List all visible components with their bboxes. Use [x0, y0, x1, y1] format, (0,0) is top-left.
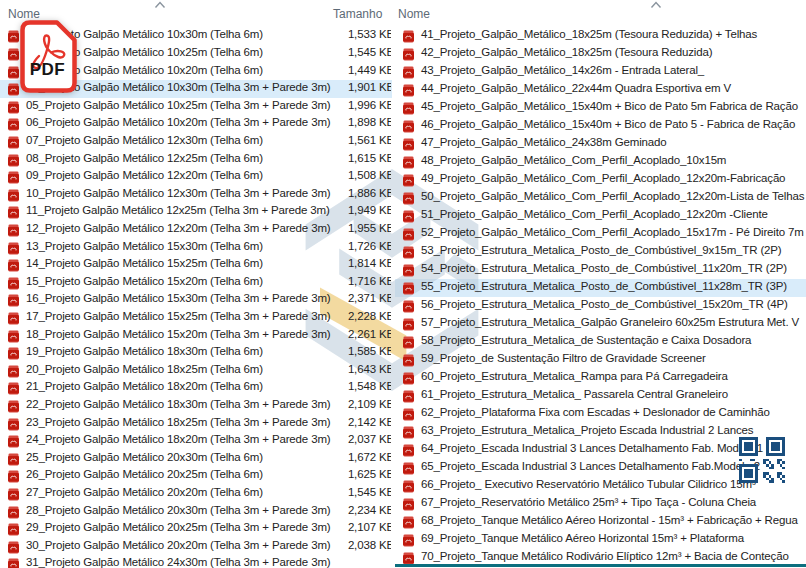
pdf-file-icon	[8, 381, 19, 394]
pdf-file-icon	[403, 317, 414, 330]
file-row[interactable]: 56_Projeto_Estrutura_Metalica_Posto_de_C…	[395, 297, 806, 315]
file-row[interactable]: 16_Projeto Galpão Metálico 15x30m (Telha…	[0, 291, 391, 309]
file-row[interactable]: 11_Projeto Galpão Metálico 12x25m (Telha…	[0, 203, 391, 221]
file-size: 1,726 KB	[288, 240, 391, 252]
file-size: 1,643 KB	[288, 363, 391, 375]
file-row[interactable]: 60_Projeto_Estrutura_Metalica_Rampa para…	[395, 369, 806, 387]
file-name: 27_Projeto Galpão Metálico 20x20m (Telha…	[26, 486, 263, 498]
file-name: 10_Projeto Galpão Metálico 12x30m (Telha…	[26, 187, 331, 199]
file-row[interactable]: 46_Projeto_Galpão_Metálico_15x40m + Bico…	[395, 117, 806, 135]
column-header-nome[interactable]: Nome	[8, 7, 40, 21]
pdf-file-icon	[403, 263, 414, 276]
file-name: 19_Projeto Galpão Metálico 18x30m (Telha…	[26, 345, 263, 357]
file-name: 11_Projeto Galpão Metálico 12x25m (Telha…	[26, 204, 330, 216]
file-row[interactable]: 17_Projeto Galpão Metálico 15x25m (Telha…	[0, 309, 391, 327]
file-size: 1,548 KB	[288, 380, 391, 392]
file-row[interactable]: 41_Projeto_Galpão_Metálico_18x25m (Tesou…	[395, 27, 806, 45]
file-row[interactable]: 45_Projeto_Galpão_Metálico_15x40m + Bico…	[395, 99, 806, 117]
file-row[interactable]: 42_Projeto_Galpão_Metálico_18x25m (Tesou…	[395, 45, 806, 63]
sort-ascending-icon[interactable]	[650, 1, 662, 9]
file-row[interactable]: 09_Projeto Galpão Metálico 12x20m (Telha…	[0, 168, 391, 186]
file-size: 1,561 KB	[288, 134, 391, 146]
file-name: 41_Projeto_Galpão_Metálico_18x25m (Tesou…	[421, 28, 757, 40]
file-row[interactable]: 07_Projeto Galpão Metálico 12x30m (Telha…	[0, 133, 391, 151]
file-row[interactable]: 31_Projeto Galpão Metálico 24x30m (Telha…	[0, 555, 391, 568]
pdf-file-icon	[8, 170, 19, 183]
file-row[interactable]: 27_Projeto Galpão Metálico 20x20m (Telha…	[0, 485, 391, 503]
file-row[interactable]: 54_Projeto_Estrutura_Metalica_Posto_de_C…	[395, 261, 806, 279]
file-row[interactable]: 47_Projeto_Galpão_Metálico_24x38m Gemina…	[395, 135, 806, 153]
file-row[interactable]: 12_Projeto Galpão Metálico 12x20m (Telha…	[0, 221, 391, 239]
pdf-file-icon	[8, 557, 19, 568]
file-row[interactable]: 22_Projeto Galpão Metálico 18x30m (Telha…	[0, 397, 391, 415]
pdf-file-icon	[8, 434, 19, 447]
file-row[interactable]: 49_Projeto_Galpão_Metálico_Com_Perfil_Ac…	[395, 171, 806, 189]
file-row[interactable]: 19_Projeto Galpão Metálico 18x30m (Telha…	[0, 344, 391, 362]
file-name: 25_Projeto Galpão Metálico 20x30m (Telha…	[26, 451, 263, 463]
file-row[interactable]: 58_Projeto_Estrutura_Metalica_de Sustent…	[395, 333, 806, 351]
pdf-file-icon	[8, 293, 19, 306]
file-row[interactable]: 14_Projeto Galpão Metálico 15x25m (Telha…	[0, 256, 391, 274]
pdf-file-icon	[403, 335, 414, 348]
file-row[interactable]: 05_Projeto Galpão Metálico 10x25m (Telha…	[0, 98, 391, 116]
file-row[interactable]: 15_Projeto Galpão Metálico 15x20m (Telha…	[0, 274, 391, 292]
file-row[interactable]: 52_Projeto_Galpão_Metálico_Com_Perfil_Ac…	[395, 225, 806, 243]
file-name: 59_Projeto_de Sustentação Filtro de Grav…	[421, 352, 706, 364]
file-row[interactable]: 26_Projeto Galpão Metálico 20x25m (Telha…	[0, 467, 391, 485]
pdf-file-icon	[8, 522, 19, 535]
file-row[interactable]: 30_Projeto Galpão Metálico 20x20m (Telha…	[0, 538, 391, 556]
pdf-badge-label: PDF	[20, 60, 75, 80]
file-row[interactable]: 62_Projeto_Plataforma Fixa com Escadas +…	[395, 405, 806, 423]
file-row[interactable]: 57_Projeto_Estrutura_Metalica_Galpão Gra…	[395, 315, 806, 333]
file-name: 48_Projeto_Galpão_Metálico_Com_Perfil_Ac…	[421, 154, 726, 166]
pdf-file-icon	[403, 209, 414, 222]
file-row[interactable]: 50_Projeto_Galpão_Metálico_Com_Perfil_Ac…	[395, 189, 806, 207]
file-row[interactable]: 29_Projeto Galpão Metálico 20x25m (Telha…	[0, 520, 391, 538]
file-name: 66_Projeto_ Executivo Reservatório Metál…	[421, 478, 756, 490]
file-row[interactable]: 48_Projeto_Galpão_Metálico_Com_Perfil_Ac…	[395, 153, 806, 171]
file-size: 2,038 KB	[288, 539, 391, 551]
column-header-tamanho[interactable]: Tamanho	[333, 7, 382, 21]
column-header-nome[interactable]: Nome	[398, 7, 430, 21]
file-size: 2,371 KB	[288, 292, 391, 304]
file-name: 53_Projeto_Estrutura_Metalica_Posto_de_C…	[421, 244, 782, 256]
file-row[interactable]: 28_Projeto Galpão Metálico 20x30m (Telha…	[0, 503, 391, 521]
file-row[interactable]: 08_Projeto Galpão Metálico 12x25m (Telha…	[0, 151, 391, 169]
file-name: 09_Projeto Galpão Metálico 12x20m (Telha…	[26, 169, 263, 181]
file-row[interactable]: 51_Projeto_Galpão_Metálico_Com_Perfil_Ac…	[395, 207, 806, 225]
file-row[interactable]: 06_Projeto Galpão Metálico 10x20m (Telha…	[0, 115, 391, 133]
file-row[interactable]: 61_Projeto_Estrutura_Metalica_ Passarela…	[395, 387, 806, 405]
file-size: 1,585 KB	[288, 345, 391, 357]
pdf-file-icon	[403, 65, 414, 78]
file-row[interactable]: 24_Projeto Galpão Metálico 18x20m (Telha…	[0, 432, 391, 450]
file-name: 63_Projeto_Estrutura_Metalica_Projeto Es…	[421, 424, 753, 436]
file-name: 20_Projeto Galpão Metálico 18x25m (Telha…	[26, 363, 263, 375]
file-size: 1,898 KB	[288, 116, 391, 128]
file-row[interactable]: 55_Projeto_Estrutura_Metalica_Posto_de_C…	[395, 279, 806, 297]
file-row[interactable]: 69_Projeto_Tanque Metálico Aéreo Horizon…	[395, 531, 806, 549]
file-name: 61_Projeto_Estrutura_Metalica_ Passarela…	[421, 388, 728, 400]
file-row[interactable]: 67_Projeto_Reservatório Metálico 25m³ + …	[395, 495, 806, 513]
file-row[interactable]: 68_Projeto_Tanque Metálico Aéreo Horizon…	[395, 513, 806, 531]
file-row[interactable]: 43_Projeto_Galpão_Metálico_14x26m - Entr…	[395, 63, 806, 81]
file-row[interactable]: 23_Projeto Galpão Metálico 18x25m (Telha…	[0, 415, 391, 433]
file-size: 2,037 KB	[288, 433, 391, 445]
file-row[interactable]: 53_Projeto_Estrutura_Metalica_Posto_de_C…	[395, 243, 806, 261]
pdf-file-icon	[8, 399, 19, 412]
file-size: 1,996 KB	[288, 99, 391, 111]
file-row[interactable]: 44_Projeto_Galpão_Metálico_22x44m Quadra…	[395, 81, 806, 99]
pdf-file-icon	[8, 241, 19, 254]
file-row[interactable]: 20_Projeto Galpão Metálico 18x25m (Telha…	[0, 362, 391, 380]
file-size: 2,234 KB	[288, 504, 391, 516]
file-size: 2,109 KB	[288, 398, 391, 410]
file-row[interactable]: 10_Projeto Galpão Metálico 12x30m (Telha…	[0, 186, 391, 204]
column-header-row: Nome	[395, 4, 806, 24]
file-row[interactable]: 59_Projeto_de Sustentação Filtro de Grav…	[395, 351, 806, 369]
sort-ascending-icon[interactable]	[154, 1, 166, 9]
file-row[interactable]: 13_Projeto Galpão Metálico 15x30m (Telha…	[0, 239, 391, 257]
file-row[interactable]: 21_Projeto Galpão Metálico 18x20m (Telha…	[0, 379, 391, 397]
file-name: 69_Projeto_Tanque Metálico Aéreo Horizon…	[421, 532, 744, 544]
file-row[interactable]: 25_Projeto Galpão Metálico 20x30m (Telha…	[0, 450, 391, 468]
file-size: 1,716 KB	[288, 275, 391, 287]
file-row[interactable]: 18_Projeto Galpão Metálico 15x20m (Telha…	[0, 327, 391, 345]
